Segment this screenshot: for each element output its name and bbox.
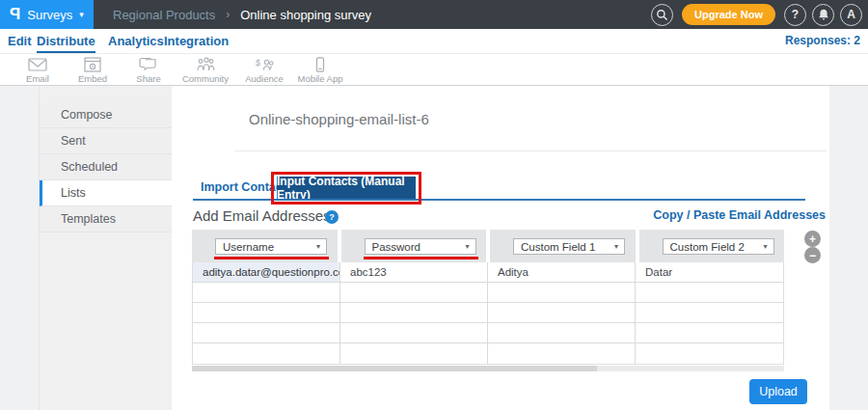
cell-email[interactable]: [193, 303, 340, 323]
breadcrumb: Regional Products › Online shopping surv…: [113, 0, 371, 29]
svg-text:$: $: [256, 58, 260, 68]
cell-email[interactable]: [193, 323, 340, 343]
sidebar-item-scheduled[interactable]: Scheduled: [40, 154, 173, 180]
toolbar-item-label: Embed: [65, 73, 121, 84]
avatar-letter: A: [847, 8, 855, 21]
scrollbar-thumb[interactable]: [192, 366, 597, 371]
add-row-button[interactable]: +: [804, 231, 821, 247]
topbar-actions: Upgrade Now ? A: [651, 0, 862, 29]
toolbar-item-email[interactable]: Email: [10, 57, 66, 84]
cell-email[interactable]: [193, 283, 340, 303]
responses-count[interactable]: Responses: 2: [785, 29, 860, 53]
breadcrumb-separator-icon: ›: [226, 8, 230, 21]
chevron-down-icon: ▾: [316, 242, 320, 251]
search-icon: [656, 9, 668, 21]
help-icon[interactable]: ?: [325, 210, 339, 224]
product-menu-label: Surveys: [27, 8, 72, 22]
custom-field-1-select[interactable]: Custom Field 1 ▾: [513, 238, 625, 255]
chevron-down-icon: ▾: [79, 10, 84, 19]
toolbar-item-label: Mobile App: [292, 73, 348, 84]
toolbar-item-label: Community: [177, 73, 233, 84]
chevron-down-icon: ▾: [763, 242, 767, 251]
upload-button[interactable]: Upload: [749, 379, 807, 404]
bell-icon: [818, 9, 829, 21]
copy-paste-email-addresses-link[interactable]: Copy / Paste Email Addresses: [653, 208, 826, 222]
toolbar-item-embed[interactable]: Embed: [65, 57, 121, 84]
toolbar-item-mobile-app[interactable]: Mobile App: [292, 57, 348, 84]
header-cell-password: Password ▾: [341, 230, 487, 262]
cell-password[interactable]: [340, 343, 488, 364]
cell-password[interactable]: abc123: [340, 262, 488, 283]
community-icon: [195, 57, 216, 72]
select-value: Custom Field 2: [670, 241, 745, 253]
header-cell-custom-field-2: Custom Field 2 ▾: [639, 230, 785, 262]
cell-email[interactable]: [193, 343, 340, 364]
sidebar-item-compose[interactable]: Compose: [40, 102, 173, 128]
survey-nav: Edit Distribute Analytics Integration Re…: [0, 29, 868, 54]
toolbar-item-community[interactable]: Community: [177, 57, 233, 84]
table-row: aditya.datar@questionpro.com abc123 Adit…: [193, 262, 783, 283]
email-list-title: Online-shopping-email-list-6: [249, 111, 429, 127]
tabs-underline: [193, 199, 805, 201]
sidebar-item-templates[interactable]: Templates: [40, 206, 173, 232]
cell-custom-1[interactable]: [488, 343, 636, 364]
product-switcher[interactable]: P Surveys ▾: [0, 0, 94, 29]
cell-password[interactable]: [340, 323, 488, 343]
annotation-red-underline: [214, 257, 329, 260]
nav-integration[interactable]: Integration: [164, 29, 229, 53]
chevron-down-icon: ▾: [614, 242, 618, 251]
notifications-button[interactable]: [812, 4, 834, 26]
help-button[interactable]: ?: [784, 4, 806, 26]
cell-password[interactable]: [340, 303, 488, 323]
page-body: Compose Sent Scheduled Lists Templates O…: [0, 86, 868, 410]
breadcrumb-parent[interactable]: Regional Products: [113, 8, 215, 22]
cell-custom-1[interactable]: Aditya: [488, 262, 636, 283]
table-row: [193, 283, 783, 303]
table-row: [193, 343, 783, 364]
cell-password[interactable]: [340, 283, 488, 303]
cell-custom-2[interactable]: [636, 323, 783, 343]
sidebar-item-lists[interactable]: Lists: [40, 180, 173, 206]
table-row: [193, 303, 783, 323]
tab-input-contacts-manual-entry[interactable]: Input Contacts (Manual Entry): [277, 177, 416, 200]
cell-custom-2[interactable]: Datar: [636, 262, 783, 283]
toolbar-item-audience[interactable]: $ Audience: [236, 57, 292, 84]
toolbar-item-label: Audience: [236, 73, 292, 84]
cell-custom-2[interactable]: [636, 303, 783, 323]
search-button[interactable]: [651, 4, 673, 26]
cell-custom-1[interactable]: [488, 303, 636, 323]
toolbar-item-share[interactable]: Share: [121, 57, 176, 84]
chevron-down-icon: ▾: [465, 242, 469, 251]
top-bar: P Surveys ▾ Regional Products › Online s…: [0, 0, 868, 29]
cell-custom-2[interactable]: [636, 343, 783, 364]
mobile-app-icon: [310, 57, 331, 72]
cell-custom-1[interactable]: [488, 283, 636, 303]
toolbar-item-label: Share: [121, 73, 176, 84]
cell-email[interactable]: aditya.datar@questionpro.com: [193, 262, 340, 283]
header-cell-custom-field-1: Custom Field 1 ▾: [490, 230, 636, 262]
toolbar-item-label: Email: [10, 73, 66, 84]
custom-field-2-select[interactable]: Custom Field 2 ▾: [663, 238, 774, 255]
share-icon: [138, 57, 159, 72]
horizontal-scrollbar[interactable]: [192, 366, 784, 371]
password-field-select[interactable]: Password ▾: [365, 238, 476, 255]
sidebar-item-sent[interactable]: Sent: [40, 128, 173, 154]
embed-icon: [82, 57, 103, 72]
contacts-table-rows: aditya.datar@questionpro.com abc123 Adit…: [192, 262, 784, 365]
avatar[interactable]: A: [840, 4, 862, 26]
nav-analytics[interactable]: Analytics: [108, 29, 164, 53]
cell-custom-2[interactable]: [636, 283, 783, 303]
distribute-toolbar: Email Embed Share Community $: [0, 54, 868, 86]
select-value: Password: [372, 241, 421, 253]
upgrade-now-button[interactable]: Upgrade Now: [682, 4, 775, 25]
header-cell-username: Username ▾: [192, 230, 338, 262]
nav-edit[interactable]: Edit: [8, 29, 32, 53]
nav-distribute[interactable]: Distribute: [37, 29, 95, 53]
table-row: [193, 323, 783, 343]
email-sidebar: Compose Sent Scheduled Lists Templates: [39, 86, 172, 410]
username-field-select[interactable]: Username ▾: [215, 238, 327, 255]
questionpro-logo-icon: P: [10, 5, 20, 24]
remove-row-button[interactable]: −: [804, 247, 821, 263]
cell-custom-1[interactable]: [488, 323, 636, 343]
audience-icon: $: [254, 57, 275, 72]
